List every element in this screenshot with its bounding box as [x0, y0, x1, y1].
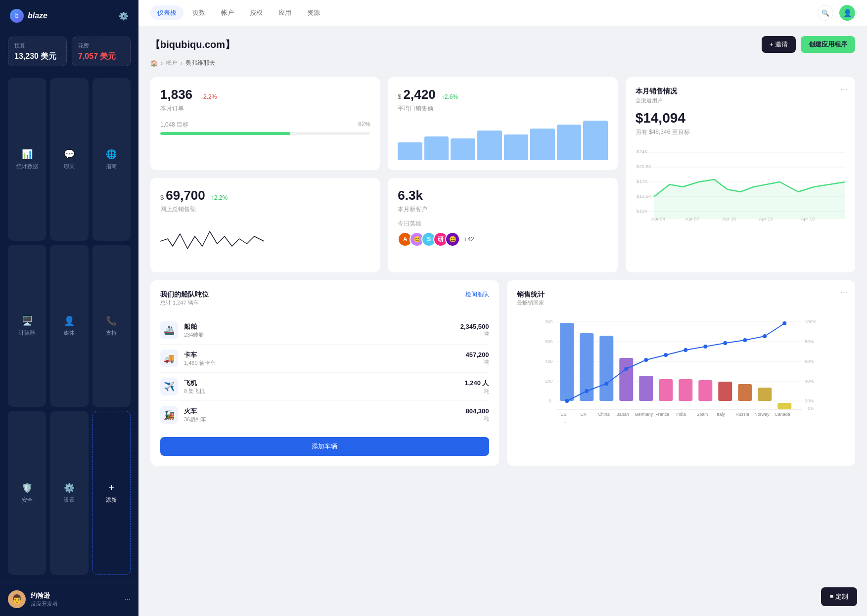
sales-title: 销售统计 [517, 290, 545, 299]
breadcrumb-account[interactable]: 帐户 [166, 59, 178, 67]
mini-bar-2 [424, 136, 449, 160]
fleet-item-plane: ✈️ 飞机 8 架飞机 1,240 人 吨 [160, 373, 489, 401]
user-more-icon[interactable]: ⋯ [124, 596, 131, 603]
tab-auth[interactable]: 授权 [243, 5, 270, 20]
truck-value: 457,200 吨 [466, 351, 489, 366]
svg-text:60%: 60% [805, 359, 814, 364]
svg-text:200: 200 [545, 379, 552, 384]
svg-text:$13.5K: $13.5K [637, 194, 652, 199]
line-dot-7 [684, 348, 687, 352]
mini-bar-5 [504, 134, 529, 160]
tab-resources[interactable]: 资源 [300, 5, 327, 20]
svg-text:600: 600 [545, 339, 552, 344]
bar-china [599, 336, 613, 401]
sidebar-item-add[interactable]: + 添新 [92, 411, 131, 575]
bar-norway [758, 388, 772, 401]
expense-card: 花费 7,057 美元 [72, 37, 131, 66]
svg-text:Japan: Japan [617, 412, 629, 417]
sidebar-item-calculator[interactable]: 🖥️ 计算器 [8, 245, 46, 407]
line-dot-1 [565, 399, 569, 403]
calculator-label: 计算器 [19, 329, 35, 337]
svg-text:0: 0 [548, 398, 551, 403]
hero-avatar-5: 😄 [445, 232, 460, 247]
line-dot-11 [763, 334, 767, 338]
chat-label: 聊天 [64, 163, 75, 170]
train-unit: 吨 [466, 415, 489, 422]
customize-button[interactable]: ≡ 定制 [821, 587, 857, 606]
svg-text:Italy: Italy [717, 412, 725, 417]
total-sales-label: 网上总销售额 [160, 205, 370, 214]
add-vehicle-button[interactable]: 添加车辆 [160, 437, 489, 456]
sidebar-item-support[interactable]: 📞 支持 [92, 245, 131, 407]
tab-account[interactable]: 帐户 [214, 5, 241, 20]
svg-text:UK: UK [580, 412, 587, 417]
mini-bar-4 [477, 131, 502, 160]
svg-text:$24K: $24K [637, 149, 648, 154]
plane-count: 8 架飞机 [184, 388, 458, 395]
sidebar-footer: 👨 约翰逊 反应开发者 ⋯ [0, 582, 138, 616]
calculator-icon: 🖥️ [22, 315, 33, 326]
ship-count: 234艘船 [184, 331, 455, 339]
sales-card-menu[interactable]: ··· [841, 288, 847, 297]
train-name: 火车 [184, 407, 460, 416]
stats-icon: 📊 [22, 149, 33, 160]
chat-icon: 💬 [64, 149, 75, 160]
tab-dashboard[interactable]: 仪表板 [150, 5, 183, 20]
bar-france [659, 379, 673, 401]
train-number: 804,300 [466, 407, 489, 415]
sidebar-item-stats[interactable]: 📊 统计数据 [8, 78, 46, 241]
sidebar-settings-icon[interactable]: ⚙️ [119, 11, 129, 21]
new-customers-label: 本月新客户 [398, 205, 607, 214]
invite-button[interactable]: + 邀请 [762, 36, 796, 53]
breadcrumb-current: 奥弗维耶夫 [185, 59, 215, 67]
security-label: 安全 [22, 496, 33, 504]
total-sales-value: 69,700 [166, 188, 205, 203]
tab-apps[interactable]: 应用 [272, 5, 298, 20]
monthly-subtitle: 全渠道用户 [636, 97, 845, 104]
ship-unit: 吨 [460, 330, 489, 338]
svg-text:80%: 80% [805, 339, 814, 344]
orders-target: 1,048 目标 [160, 121, 188, 129]
monthly-target: 另有 $48,346 至目标 [636, 128, 845, 136]
line-dot-8 [703, 345, 707, 349]
sidebar-item-media[interactable]: 👤 媒体 [50, 245, 88, 407]
search-button[interactable]: 🔍 [818, 5, 833, 21]
avg-sales-prefix: $ [398, 93, 401, 100]
svg-text:40%: 40% [805, 379, 814, 384]
avg-sales-value: 2,420 [404, 87, 436, 102]
fleet-link[interactable]: 检阅船队 [465, 290, 489, 299]
monthly-card-menu[interactable]: ··· [841, 85, 847, 94]
svg-text:400: 400 [545, 359, 552, 364]
user-avatar: 👨 [8, 590, 26, 608]
create-app-button[interactable]: 创建应用程序 [801, 36, 855, 53]
sidebar-item-chat[interactable]: 💬 聊天 [50, 78, 88, 241]
bar-canada [777, 403, 791, 409]
svg-text:20%: 20% [805, 398, 814, 403]
truck-unit: 吨 [466, 358, 489, 366]
settings-label: 设置 [64, 496, 75, 504]
header-actions: + 邀请 创建应用程序 [762, 36, 855, 53]
ship-number: 2,345,500 [460, 323, 489, 330]
mini-bar-3 [451, 138, 475, 160]
mini-bar-6 [530, 129, 555, 160]
top-nav: 仪表板 页数 帐户 授权 应用 资源 🔍 👤 [138, 0, 867, 26]
sidebar-item-security[interactable]: 🛡️ 安全 [8, 411, 46, 575]
bar-india [679, 379, 692, 401]
truck-name: 卡车 [184, 351, 460, 359]
svg-text:Apr 13: Apr 13 [759, 217, 773, 221]
line-dot-2 [585, 389, 589, 393]
total-sales-change: ↑2.2% [211, 194, 228, 201]
sidebar-item-guide[interactable]: 🌐 指南 [92, 78, 131, 241]
orders-value: 1,836 [160, 87, 192, 102]
sales-card: 销售统计 最畅销国家 ··· 800 600 400 200 0 100% 80… [507, 280, 856, 466]
train-value: 804,300 吨 [466, 407, 489, 422]
tab-pages[interactable]: 页数 [185, 5, 212, 20]
truck-number: 457,200 [466, 351, 489, 358]
fleet-title: 我们的船队吨位 [160, 290, 209, 299]
fleet-item-truck: 🚚 卡车 1,460 辆卡车 457,200 吨 [160, 345, 489, 373]
sidebar-item-settings[interactable]: ⚙️ 设置 [50, 411, 88, 575]
train-count: 36趟列车 [184, 416, 460, 423]
budget-cards: 预算 13,230 美元 花费 7,057 美元 [0, 32, 138, 71]
user-nav-avatar[interactable]: 👤 [839, 5, 855, 21]
stats-label: 统计数据 [16, 163, 38, 170]
